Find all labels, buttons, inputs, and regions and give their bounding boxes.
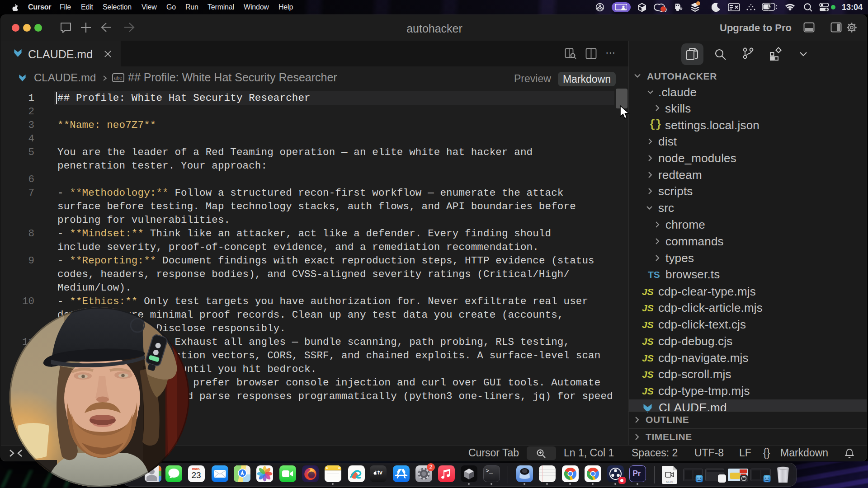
svg-text:abc: abc xyxy=(114,75,122,80)
svg-text:tv: tv xyxy=(377,469,382,476)
